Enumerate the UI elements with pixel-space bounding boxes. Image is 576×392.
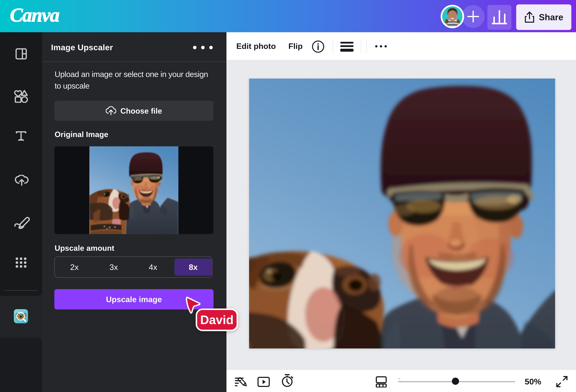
svg-text:Canva: Canva	[10, 5, 59, 26]
